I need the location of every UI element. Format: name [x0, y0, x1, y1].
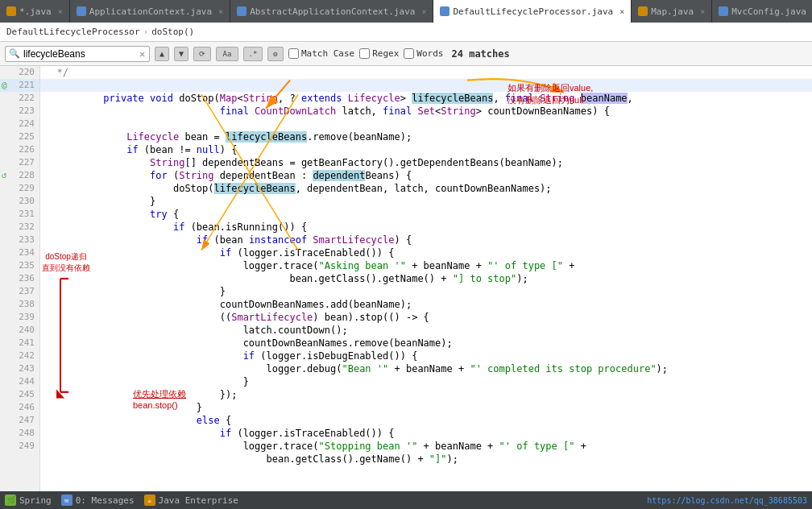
map-icon	[638, 6, 648, 16]
line-229: 229	[0, 182, 39, 195]
line-226: 226	[0, 143, 39, 156]
code-line-220: */	[40, 66, 812, 79]
code-line-239: latch.countDown();	[40, 311, 812, 324]
search-refresh-button[interactable]: ⟳	[193, 47, 211, 61]
code-line-228: doStop(lifecycleBeans, dependentBean, la…	[40, 169, 812, 182]
line-241: 241	[0, 337, 39, 350]
code-line-248: logger.trace("Stopping bean '" + beanNam…	[40, 427, 812, 440]
breadcrumb-method[interactable]: doStop()	[151, 27, 194, 37]
code-line-241: if (logger.isDebugEnabled()) {	[40, 337, 812, 350]
tab-close-1[interactable]: ×	[218, 7, 223, 16]
java-enterprise-icon: ☕	[144, 495, 155, 506]
code-line-243: }	[40, 362, 812, 375]
line-244: 244	[0, 375, 39, 388]
line-237: 237	[0, 285, 39, 298]
search-regex-btn2[interactable]: .*	[243, 47, 263, 61]
line-232: 232	[0, 221, 39, 234]
appcontext-icon	[77, 6, 86, 16]
search-input-wrap: 🔍 ✕	[5, 46, 150, 62]
clear-search-icon[interactable]: ✕	[139, 48, 145, 60]
code-line-231: if (bean.isRunning()) {	[40, 208, 812, 221]
code-line-233: if (logger.isTraceEnabled()) {	[40, 234, 812, 246]
regex-option[interactable]: Regex	[359, 48, 399, 59]
code-line-225: if (bean != null) {	[40, 130, 812, 143]
defaultlifecycle-icon	[440, 6, 450, 16]
match-count: 24 matches	[451, 48, 509, 60]
tab-close-4[interactable]: ×	[700, 7, 705, 16]
tab-defaultlifecycle[interactable]: DefaultLifecycleProcessor.java ×	[433, 0, 632, 23]
line-245: 245	[0, 388, 39, 401]
line-240: 240	[0, 324, 39, 337]
tab-map[interactable]: Map.java ×	[632, 0, 712, 23]
code-line-222: final CountDownLatch latch, final Set<St…	[40, 92, 812, 105]
breadcrumb-sep: ›	[143, 27, 149, 37]
match-case-option[interactable]: Match Case	[288, 48, 354, 59]
code-line-224: Lifecycle bean = lifecycleBeans.remove(b…	[40, 118, 812, 130]
code-line-247: if (logger.isTraceEnabled()) {	[40, 414, 812, 427]
line-230: 230	[0, 195, 39, 208]
line-220: 220	[0, 66, 39, 79]
code-line-236: }	[40, 272, 812, 285]
line-231: 231	[0, 208, 39, 221]
messages-item[interactable]: ✉ 0: Messages	[61, 495, 135, 506]
search-gear-button[interactable]: ⚙	[267, 47, 284, 61]
search-prev-button[interactable]: ▲	[155, 47, 169, 61]
line-233: 233	[0, 234, 39, 246]
line-239: 239	[0, 311, 39, 324]
java-file-icon	[6, 6, 16, 16]
breadcrumb-class[interactable]: DefaultLifecycleProcessor	[6, 27, 140, 37]
line-numbers: 220 @221 222 223 224 225 226 227 ↺228 22…	[0, 66, 40, 491]
abstractappcontext-icon	[237, 6, 246, 16]
line-221: @221	[0, 79, 39, 92]
line-242: 242	[0, 350, 39, 362]
code-line-246: else {	[40, 401, 812, 414]
tab-close-3[interactable]: ×	[619, 7, 624, 16]
tab-appcontext[interactable]: ApplicationContext.java ×	[70, 0, 230, 23]
code-line-232: if (bean instanceof SmartLifecycle) {	[40, 221, 812, 234]
code-line-234: logger.trace("Asking bean '" + beanName …	[40, 246, 812, 259]
spring-icon: 🌿	[5, 495, 16, 506]
code-line-230: try {	[40, 195, 812, 208]
code-line-245: }	[40, 388, 812, 401]
search-aa-button[interactable]: Aa	[216, 47, 238, 61]
code-line-226: String[] dependentBeans = getBeanFactory…	[40, 143, 812, 156]
code-content[interactable]: */ private void doStop(Map<String, ? ext…	[40, 66, 812, 491]
line-247: 247	[0, 414, 39, 427]
code-line-242: logger.debug("Bean '" + beanName + "' co…	[40, 350, 812, 362]
tab-abstractappcontext[interactable]: AbstractApplicationContext.java ×	[230, 0, 433, 23]
code-area: 220 @221 222 223 224 225 226 227 ↺228 22…	[0, 66, 812, 491]
blog-link[interactable]: https://blog.csdn.net/qq_38685503	[647, 496, 807, 505]
match-case-checkbox[interactable]	[288, 48, 299, 59]
tab-mvcconfig[interactable]: MvcConfig.java ×	[712, 0, 812, 23]
code-line-235: bean.getClass().getName() + "] to stop")…	[40, 259, 812, 272]
tab-close-0[interactable]: ×	[58, 7, 63, 16]
line-234: 234	[0, 246, 39, 259]
search-icon: 🔍	[9, 48, 20, 59]
words-checkbox[interactable]	[404, 48, 414, 59]
line-238: 238	[0, 298, 39, 311]
java-enterprise-item[interactable]: ☕ Java Enterprise	[144, 495, 238, 506]
line-228: ↺228	[0, 169, 39, 182]
regex-checkbox[interactable]	[359, 48, 370, 59]
words-option[interactable]: Words	[404, 48, 443, 59]
code-line-221: private void doStop(Map<String, ? extend…	[40, 79, 812, 92]
messages-icon: ✉	[61, 495, 72, 506]
search-input[interactable]	[23, 48, 136, 60]
code-line-237: countDownBeanNames.add(beanName);	[40, 285, 812, 298]
code-line-240: countDownBeanNames.remove(beanName);	[40, 324, 812, 337]
code-line-227: for (String dependentBean : dependentBea…	[40, 156, 812, 169]
code-line-223	[40, 105, 812, 118]
line-236: 236	[0, 272, 39, 285]
bottom-bar: 🌿 Spring ✉ 0: Messages ☕ Java Enterprise…	[0, 491, 812, 509]
tab-close-2[interactable]: ×	[421, 7, 426, 16]
code-line-229: }	[40, 182, 812, 195]
tab-java[interactable]: *.java ×	[0, 0, 70, 23]
mvcconfig-icon	[719, 6, 728, 16]
spring-item[interactable]: 🌿 Spring	[5, 495, 52, 506]
code-line-249: bean.getClass().getName() + "]");	[40, 440, 812, 453]
search-next-button[interactable]: ▼	[174, 47, 188, 61]
line-243: 243	[0, 362, 39, 375]
line-223: 223	[0, 105, 39, 118]
code-line-244: });	[40, 375, 812, 388]
line-224: 224	[0, 118, 39, 130]
